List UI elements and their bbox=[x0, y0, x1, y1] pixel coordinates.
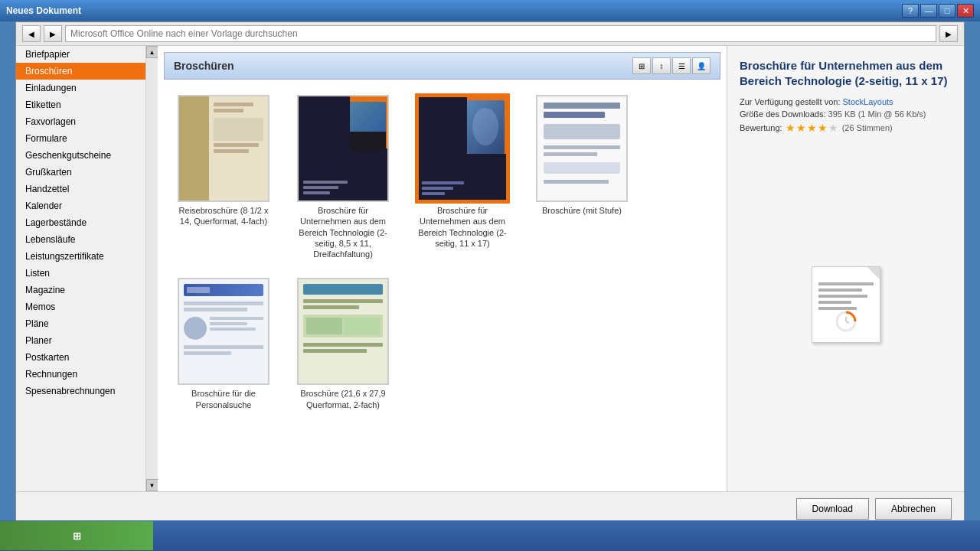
rating-count: (26 Stimmen) bbox=[842, 123, 893, 132]
minimize-button[interactable]: — bbox=[920, 4, 937, 18]
sidebar-item-postkarten[interactable]: Postkarten bbox=[16, 349, 145, 366]
scroll-up-button[interactable]: ▲ bbox=[146, 46, 158, 58]
sidebar-item-faxvorlagen[interactable]: Faxvorlagen bbox=[16, 113, 145, 130]
template-thumb-stufe bbox=[536, 95, 628, 202]
right-panel: Broschüre für Unternehmen aus dem Bereic… bbox=[727, 46, 964, 491]
scroll-down-button[interactable]: ▼ bbox=[146, 479, 158, 491]
search-go-button[interactable]: ▶ bbox=[939, 25, 958, 42]
rating-row: Bewertung: ★★★★★ (26 Stimmen) bbox=[740, 122, 952, 134]
preview-page bbox=[812, 266, 880, 343]
toolbar: ◀ ▶ ▶ bbox=[16, 22, 964, 46]
rating-label: Bewertung: bbox=[740, 123, 782, 132]
template-label-reise: Reisebroschüre (8 1/2 x 14, Querformat, … bbox=[173, 205, 274, 227]
window-controls: ? — □ ✕ bbox=[902, 4, 974, 18]
template-label-stufe: Broschüre (mit Stufe) bbox=[542, 205, 622, 216]
sidebar-item-listen[interactable]: Listen bbox=[16, 265, 145, 282]
preview-line bbox=[818, 301, 851, 304]
sidebar-item-planer[interactable]: Planer bbox=[16, 332, 145, 349]
view-thumbnails-button[interactable]: ⊞ bbox=[632, 57, 651, 74]
preview-icon bbox=[808, 266, 884, 350]
browse-scroll-area[interactable]: Broschüren ⊞ ↕ ☰ 👤 bbox=[158, 46, 727, 491]
sidebar-item-etiketten[interactable]: Etiketten bbox=[16, 96, 145, 113]
preview-line bbox=[818, 289, 863, 292]
browse-header: Broschüren ⊞ ↕ ☰ 👤 bbox=[164, 52, 720, 80]
back-button[interactable]: ◀ bbox=[22, 25, 41, 42]
template-label-tech2: Broschüre für Unternehmen aus dem Bereic… bbox=[412, 205, 513, 249]
sidebar-item-leistungszertifikate[interactable]: Leistungszertifikate bbox=[16, 248, 145, 265]
taskbar: ⊞ bbox=[0, 520, 980, 551]
view-details-button[interactable]: 👤 bbox=[692, 57, 710, 74]
start-button[interactable]: ⊞ bbox=[0, 521, 153, 550]
sidebar-item-formulare[interactable]: Formulare bbox=[16, 130, 145, 147]
sidebar-item-lagerbestaende[interactable]: Lagerbestände bbox=[16, 214, 145, 231]
template-thumb-reise bbox=[178, 95, 270, 202]
download-button[interactable]: Download bbox=[796, 498, 869, 520]
sidebar-item-handzettel[interactable]: Handzettel bbox=[16, 181, 145, 197]
sidebar-scrollbar[interactable]: ▲ ▼ bbox=[145, 46, 158, 491]
main-dialog: ◀ ▶ ▶ Briefpapier Broschüren Einladungen… bbox=[15, 21, 965, 527]
sidebar-item-rechnungen[interactable]: Rechnungen bbox=[16, 366, 145, 383]
template-thumb-tech1 bbox=[297, 95, 389, 202]
sidebar-item-plane[interactable]: Pläne bbox=[16, 315, 145, 332]
help-button[interactable]: ? bbox=[902, 4, 919, 18]
sidebar-list: Briefpapier Broschüren Einladungen Etike… bbox=[16, 46, 145, 491]
scroll-track bbox=[146, 58, 158, 479]
provider-link[interactable]: StockLayouts bbox=[843, 97, 893, 106]
template-item-tech2[interactable]: Broschüre für Unternehmen aus dem Bereic… bbox=[409, 92, 516, 262]
close-button[interactable]: ✕ bbox=[957, 4, 974, 18]
main-browse-area: Broschüren ⊞ ↕ ☰ 👤 bbox=[158, 46, 727, 491]
cancel-button[interactable]: Abbrechen bbox=[875, 498, 952, 520]
template-grid: Reisebroschüre (8 1/2 x 14, Querformat, … bbox=[164, 86, 720, 419]
download-size-label: Größe des Downloads: bbox=[740, 109, 826, 119]
rating-stars: ★★★★★ bbox=[786, 122, 839, 134]
sidebar-item-briefpapier[interactable]: Briefpapier bbox=[16, 46, 145, 63]
svg-line-2 bbox=[846, 321, 849, 323]
sidebar-item-grusskarten[interactable]: Grußkarten bbox=[16, 164, 145, 181]
provider-label: Zur Verfügung gestellt von: bbox=[740, 97, 840, 106]
sidebar-item-memos[interactable]: Memos bbox=[16, 298, 145, 315]
browse-title: Broschüren bbox=[174, 60, 234, 72]
template-label-brochure21: Broschüre (21,6 x 27,9 Querformat, 2-fac… bbox=[292, 388, 394, 410]
template-thumb-brochure21 bbox=[297, 278, 389, 385]
sidebar-item-einladungen[interactable]: Einladungen bbox=[16, 80, 145, 96]
preview-line bbox=[818, 282, 874, 285]
dialog-content: Briefpapier Broschüren Einladungen Etike… bbox=[16, 46, 964, 491]
template-thumb-tech2 bbox=[416, 95, 508, 202]
sidebar-item-geschenkgutscheine[interactable]: Geschenkgutscheine bbox=[16, 147, 145, 164]
loading-indicator bbox=[834, 309, 858, 336]
template-item-reise[interactable]: Reisebroschüre (8 1/2 x 14, Querformat, … bbox=[170, 92, 277, 262]
sidebar-item-broschueren[interactable]: Broschüren bbox=[16, 63, 145, 80]
preview-line bbox=[818, 295, 868, 298]
template-label-tech1: Broschüre für Unternehmen aus dem Bereic… bbox=[292, 205, 394, 259]
sidebar-item-spesenabrechnungen[interactable]: Spesenabrechnungen bbox=[16, 383, 145, 399]
sidebar-item-kalender[interactable]: Kalender bbox=[16, 197, 145, 214]
forward-button[interactable]: ▶ bbox=[44, 25, 62, 42]
template-thumb-personal bbox=[178, 278, 270, 385]
preview-area bbox=[740, 137, 952, 479]
template-item-personal[interactable]: Broschüre für die Personalsuche bbox=[170, 275, 277, 413]
template-label-personal: Broschüre für die Personalsuche bbox=[173, 388, 274, 410]
title-bar: Neues Dokument ? — □ ✕ bbox=[0, 0, 980, 21]
provider-row: Zur Verfügung gestellt von: StockLayouts bbox=[740, 97, 952, 106]
sidebar: Briefpapier Broschüren Einladungen Etike… bbox=[16, 46, 158, 491]
sidebar-item-lebenslaufe[interactable]: Lebensläufe bbox=[16, 231, 145, 248]
sort-button[interactable]: ↕ bbox=[652, 57, 671, 74]
view-controls: ⊞ ↕ ☰ 👤 bbox=[632, 57, 710, 74]
start-icon: ⊞ bbox=[73, 530, 81, 542]
download-size-row: Größe des Downloads: 395 KB (1 Min @ 56 … bbox=[740, 109, 952, 119]
sidebar-item-magazine[interactable]: Magazine bbox=[16, 282, 145, 298]
selected-template-title: Broschüre für Unternehmen aus dem Bereic… bbox=[740, 58, 952, 88]
template-item-stufe[interactable]: Broschüre (mit Stufe) bbox=[528, 92, 635, 262]
view-list-button[interactable]: ☰ bbox=[672, 57, 691, 74]
download-size-value: 395 KB (1 Min @ 56 Kb/s) bbox=[828, 109, 926, 119]
maximize-button[interactable]: □ bbox=[939, 4, 956, 18]
window-title: Neues Dokument bbox=[6, 5, 81, 16]
template-item-tech1[interactable]: Broschüre für Unternehmen aus dem Bereic… bbox=[289, 92, 397, 262]
search-input[interactable] bbox=[65, 25, 936, 42]
template-item-brochure21[interactable]: Broschüre (21,6 x 27,9 Querformat, 2-fac… bbox=[289, 275, 397, 413]
